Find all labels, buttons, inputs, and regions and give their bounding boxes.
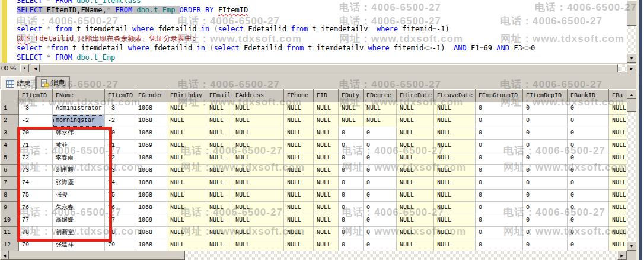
grid-cell[interactable]: NULL xyxy=(167,115,206,127)
grid-cell[interactable]: NULL xyxy=(284,177,314,190)
editor-hscrollbar[interactable] xyxy=(40,64,627,72)
grid-cell[interactable]: NULL xyxy=(314,140,339,152)
grid-cell[interactable]: NULL xyxy=(314,152,339,165)
grid-cell[interactable]: 72 xyxy=(19,152,53,165)
grid-cell[interactable]: 0 xyxy=(364,239,397,251)
grid-cell[interactable]: NULL xyxy=(609,127,627,140)
grid-cell[interactable]: 0 xyxy=(339,190,364,202)
grid-cell[interactable]: NULL xyxy=(609,227,627,239)
grid-cell[interactable]: 76 xyxy=(19,202,53,214)
grid-cell[interactable]: 74 xyxy=(19,177,53,190)
grid-cell[interactable]: NULL xyxy=(314,190,339,202)
grid-cell[interactable]: 76 xyxy=(105,202,135,214)
grid-cell[interactable]: NULL xyxy=(364,102,397,115)
grid-cell[interactable]: 77 xyxy=(105,214,135,227)
grid-cell[interactable]: NULL xyxy=(232,190,284,202)
grid-cell[interactable]: NULL xyxy=(609,177,627,190)
grid-cell[interactable]: NULL xyxy=(284,239,314,251)
grid-cell[interactable]: 张建祥 xyxy=(53,239,105,251)
grid-scroll-right-icon[interactable]: ▶ xyxy=(617,251,627,260)
grid-cell[interactable]: 1068 xyxy=(135,177,167,190)
grid-cell[interactable]: 73 xyxy=(19,165,53,177)
code-line-6[interactable]: select *from t_itemdetail where fdetaili… xyxy=(17,43,535,53)
grid-cell[interactable]: 0 xyxy=(476,165,523,177)
grid-cell[interactable]: 1068 xyxy=(135,190,167,202)
grid-cell[interactable]: 0 xyxy=(364,152,397,165)
grid-cell[interactable]: 0 xyxy=(568,214,609,227)
grid-cell[interactable]: 74 xyxy=(105,177,135,190)
grid-cell[interactable]: 1068 xyxy=(135,115,167,127)
grid-cell[interactable]: NULL xyxy=(284,102,314,115)
editor-zoom-value[interactable]: 00 % xyxy=(1,65,16,72)
grid-cell[interactable]: NULL xyxy=(284,190,314,202)
grid-cell[interactable]: 1068 xyxy=(135,127,167,140)
grid-cell[interactable]: 0 xyxy=(364,202,397,214)
grid-cell[interactable]: NULL xyxy=(232,227,284,239)
editor-scroll-down-icon[interactable]: ▼ xyxy=(627,53,636,63)
grid-cell[interactable]: NULL xyxy=(434,165,476,177)
grid-cell[interactable]: NULL xyxy=(167,102,206,115)
column-header-FItemID[interactable]: FItemID xyxy=(105,90,135,102)
grid-cell[interactable]: NULL xyxy=(609,202,627,214)
grid-cell[interactable]: -3 xyxy=(105,102,135,115)
grid-cell[interactable]: NULL xyxy=(609,115,627,127)
grid-cell[interactable]: 0 xyxy=(523,214,568,227)
grid-cell[interactable]: 0 xyxy=(476,115,523,127)
column-header-FPhone[interactable]: FPhone xyxy=(284,90,314,102)
grid-cell[interactable]: NULL xyxy=(284,152,314,165)
grid-cell[interactable]: NULL xyxy=(609,239,627,251)
grid-cell[interactable]: 0 xyxy=(523,202,568,214)
grid-cell[interactable]: NULL xyxy=(434,177,476,190)
grid-cell[interactable]: NULL xyxy=(232,102,284,115)
grid-cell[interactable]: NULL xyxy=(434,239,476,251)
grid-cell[interactable]: NULL xyxy=(284,165,314,177)
grid-cell[interactable]: NULL xyxy=(167,239,206,251)
grid-cell[interactable]: 0 xyxy=(568,127,609,140)
grid-cell[interactable]: 1068 xyxy=(135,152,167,165)
editor-hscrollbar-thumb[interactable] xyxy=(40,64,618,72)
column-header-FHireDate[interactable]: FHireDate xyxy=(397,90,434,102)
grid-cell[interactable]: 1068 xyxy=(135,102,167,115)
grid-cell[interactable]: 0 xyxy=(523,190,568,202)
column-header-FID[interactable]: FID xyxy=(314,90,339,102)
grid-cell[interactable]: NULL xyxy=(206,152,232,165)
grid-cell[interactable]: NULL xyxy=(206,102,232,115)
grid-cell[interactable]: 0 xyxy=(364,177,397,190)
grid-cell[interactable]: 0 xyxy=(339,127,364,140)
grid-cell[interactable]: 刘甫毅 xyxy=(53,165,105,177)
grid-cell[interactable]: 李春雨 xyxy=(53,152,105,165)
grid-cell-selected[interactable]: morningstar xyxy=(53,115,105,127)
grid-cell[interactable]: NULL xyxy=(167,140,206,152)
grid-hscrollbar-thumb[interactable] xyxy=(9,251,185,260)
grid-cell[interactable]: 0 xyxy=(523,177,568,190)
grid-cell[interactable]: 0 xyxy=(568,202,609,214)
grid-cell[interactable]: 79 xyxy=(105,239,135,251)
code-line-1[interactable]: SELECT * FROM dbo.t_itemclass xyxy=(17,0,535,5)
grid-cell[interactable]: NULL xyxy=(232,214,284,227)
grid-cell[interactable]: NULL xyxy=(284,214,314,227)
grid-cell[interactable]: NULL xyxy=(314,127,339,140)
grid-cell[interactable]: 黄菲 xyxy=(53,140,105,152)
grid-cell[interactable]: 0 xyxy=(364,127,397,140)
grid-vscrollbar-thumb[interactable] xyxy=(627,99,636,112)
code-line-5[interactable]: 以下 Fdetailid 只能出现在各余额表、凭证分录表中: xyxy=(17,34,535,43)
row-header[interactable]: 9 xyxy=(1,202,19,214)
grid-cell[interactable]: NULL xyxy=(167,190,206,202)
grid-cell[interactable]: NULL xyxy=(232,152,284,165)
grid-cell[interactable]: 0 xyxy=(523,227,568,239)
grid-cell[interactable]: NULL xyxy=(397,140,434,152)
grid-cell[interactable]: 0 xyxy=(568,115,609,127)
grid-cell[interactable]: NULL xyxy=(167,202,206,214)
grid-cell[interactable]: 0 xyxy=(476,140,523,152)
grid-cell[interactable]: NULL xyxy=(167,165,206,177)
grid-cell[interactable]: 张俊 xyxy=(53,190,105,202)
grid-cell[interactable]: NULL xyxy=(167,227,206,239)
grid-cell[interactable]: 0 xyxy=(568,239,609,251)
grid-cell[interactable]: NULL xyxy=(434,127,476,140)
column-header-FBankID[interactable]: FBankID xyxy=(568,90,609,102)
row-header[interactable]: 2 xyxy=(1,115,19,127)
grid-cell[interactable]: 0 xyxy=(339,227,364,239)
grid-cell[interactable]: NULL xyxy=(397,214,434,227)
grid-cell[interactable]: -3 xyxy=(19,102,53,115)
editor-scroll-right-icon[interactable]: ▶ xyxy=(627,64,636,72)
